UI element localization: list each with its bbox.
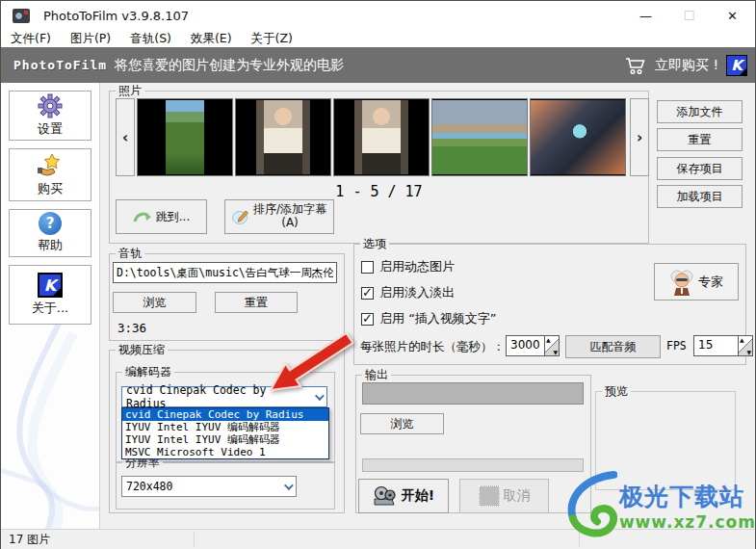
match-audio-button[interactable]: 匹配音频 xyxy=(565,335,661,358)
save-project-button[interactable]: 保存项目 xyxy=(657,157,743,180)
prev-photos-button[interactable]: ‹ xyxy=(116,98,135,176)
sort-captions-label: 排序/添加字幕 xyxy=(253,203,326,217)
add-files-button[interactable]: 添加文件 xyxy=(657,100,743,123)
checkbox-label: 启用 “插入视频文字” xyxy=(379,310,497,327)
cancel-label: 取消 xyxy=(504,487,531,505)
menu-file[interactable]: 文件(F) xyxy=(1,30,61,47)
output-group: 输出 浏览 开始! 取消 xyxy=(355,375,591,513)
options-group: 选项 启用动态图片 启用淡入淡出 启用 “插入视频文字” 每张照片的时长（毫秒）… xyxy=(353,244,746,365)
gear-icon xyxy=(38,93,63,118)
progress-bar xyxy=(362,458,584,472)
film-reel-icon xyxy=(373,485,398,507)
menu-bar: 文件(F) 图片(P) 音轨(S) 效果(E) 关于(Z) xyxy=(1,30,755,47)
codec-option[interactable]: MSVC Microsoft Video 1 xyxy=(122,446,328,458)
cart-icon xyxy=(624,56,647,75)
codec-option[interactable]: cvid Cinepak Codec by Radius xyxy=(122,408,328,421)
status-divider xyxy=(579,532,580,547)
audio-browse-button[interactable]: 浏览 xyxy=(113,292,196,313)
chevron-down-icon[interactable] xyxy=(309,387,326,406)
menu-picture[interactable]: 图片(P) xyxy=(61,30,120,47)
output-browse-button[interactable]: 浏览 xyxy=(360,413,444,434)
sidebar-item-buy[interactable]: 购买 xyxy=(9,148,91,201)
next-photos-button[interactable]: › xyxy=(630,98,649,176)
sidebar-item-help[interactable]: ? 帮助 xyxy=(9,209,91,257)
photo-thumbnail[interactable] xyxy=(431,98,528,176)
banner-tagline: 将您喜爱的图片创建为专业外观的电影 xyxy=(115,57,344,74)
fps-spinner[interactable]: 15 xyxy=(693,335,753,356)
sidebar-item-about[interactable]: K 关于... xyxy=(9,265,91,325)
close-button[interactable]: ✕ xyxy=(711,1,754,30)
sort-captions-button[interactable]: 排序/添加字幕 (A) xyxy=(224,199,334,234)
jump-to-button[interactable]: 跳到... xyxy=(116,199,207,234)
checkbox-box[interactable] xyxy=(361,261,374,274)
pencil-bubble-icon xyxy=(232,209,249,224)
spinner-updown-icon[interactable] xyxy=(544,335,560,356)
checkbox-label: 启用动态图片 xyxy=(379,258,455,275)
fps-label: FPS xyxy=(666,339,687,353)
minimize-button[interactable]: — xyxy=(624,1,667,30)
insert-video-text-checkbox[interactable]: 启用 “插入视频文字” xyxy=(361,310,497,327)
fade-checkbox[interactable]: 启用淡入淡出 xyxy=(361,284,455,301)
photo-duration-label: 每张照片的时长（毫秒）： xyxy=(360,339,505,355)
expert-button[interactable]: 专家 xyxy=(654,263,739,301)
status-bar: 17 图片 xyxy=(1,529,755,549)
audio-reset-button[interactable]: 重置 xyxy=(215,292,298,313)
photo-thumbnail[interactable] xyxy=(333,98,430,176)
codec-option[interactable]: IYUV Intel IYUV 编码解码器 xyxy=(122,421,328,433)
resolution-combobox[interactable]: 720x480 xyxy=(121,476,297,497)
brand-text: PhotoToFilm xyxy=(13,58,107,72)
start-label: 开始! xyxy=(402,487,434,505)
sort-captions-mnemonic: (A) xyxy=(281,217,299,230)
maximize-button[interactable]: ☐ xyxy=(667,1,711,30)
photo-duration-value[interactable]: 3000 xyxy=(506,335,544,356)
sidebar-item-label: 购买 xyxy=(38,180,63,197)
codec-dropdown-list: cvid Cinepak Codec by Radius IYUV Intel … xyxy=(121,407,329,459)
thumbnail-image xyxy=(354,100,408,174)
reset-photos-button[interactable]: 重置 xyxy=(657,128,743,151)
resolution-selected-value: 720x480 xyxy=(126,480,172,493)
sidebar-item-settings[interactable]: 设置 xyxy=(9,91,91,141)
codec-combobox[interactable]: cvid Cinepak Codec by Radius xyxy=(121,386,327,407)
cancel-button[interactable]: 取消 xyxy=(459,479,549,513)
k-logo-icon: K xyxy=(726,55,747,76)
audio-group: 音轨 浏览 重置 3:36 xyxy=(109,253,345,341)
fps-value[interactable]: 15 xyxy=(693,335,738,356)
checkbox-box[interactable] xyxy=(361,287,374,300)
checkbox-box[interactable] xyxy=(361,313,374,326)
chevron-down-icon[interactable] xyxy=(278,477,296,496)
photo-duration-spinner[interactable]: 3000 xyxy=(506,335,560,356)
photos-group-label: 照片 xyxy=(116,83,144,99)
menu-audio[interactable]: 音轨(S) xyxy=(120,30,181,47)
sidebar-item-label: 关于... xyxy=(32,300,68,317)
codec-option[interactable]: IYUV Intel IYUV 编码解码器 xyxy=(122,433,328,446)
photo-thumbnail[interactable] xyxy=(137,98,233,176)
codec-selected-value: cvid Cinepak Codec by Radius xyxy=(126,383,309,410)
load-project-button[interactable]: 加载项目 xyxy=(657,185,743,208)
menu-about[interactable]: 关于(Z) xyxy=(242,30,302,47)
codec-group-label: 编解码器 xyxy=(122,364,174,380)
dynamic-photos-checkbox[interactable]: 启用动态图片 xyxy=(361,258,455,275)
menu-effects[interactable]: 效果(E) xyxy=(181,30,242,47)
about-logo-icon: K xyxy=(38,273,63,298)
decorative-swirl xyxy=(1,324,100,529)
photo-thumbnail[interactable] xyxy=(235,98,331,176)
photo-thumbnail[interactable] xyxy=(530,98,626,176)
expert-face-icon xyxy=(669,269,694,296)
audio-duration: 3:36 xyxy=(117,321,146,335)
jump-arrow-icon xyxy=(133,210,152,223)
preview-group-label: 预览 xyxy=(602,383,631,400)
sidebar-item-label: 帮助 xyxy=(38,237,63,254)
preview-group: 预览 xyxy=(595,391,736,490)
options-group-label: 选项 xyxy=(360,236,389,252)
video-compression-label: 视频压缩 xyxy=(116,342,168,358)
output-path-field[interactable] xyxy=(362,382,584,405)
thumbnail-image xyxy=(256,100,310,174)
spinner-updown-icon[interactable] xyxy=(738,335,753,356)
banner: PhotoToFilm 将您喜爱的图片创建为专业外观的电影 立即购买 ! K xyxy=(1,47,755,83)
thumbnail-image xyxy=(531,100,625,174)
audio-path-input[interactable] xyxy=(113,262,337,283)
buy-now-link[interactable]: 立即购买 ! xyxy=(655,57,718,74)
sidebar-item-label: 设置 xyxy=(38,120,63,138)
hand-star-icon xyxy=(36,153,65,178)
start-button[interactable]: 开始! xyxy=(358,479,449,513)
